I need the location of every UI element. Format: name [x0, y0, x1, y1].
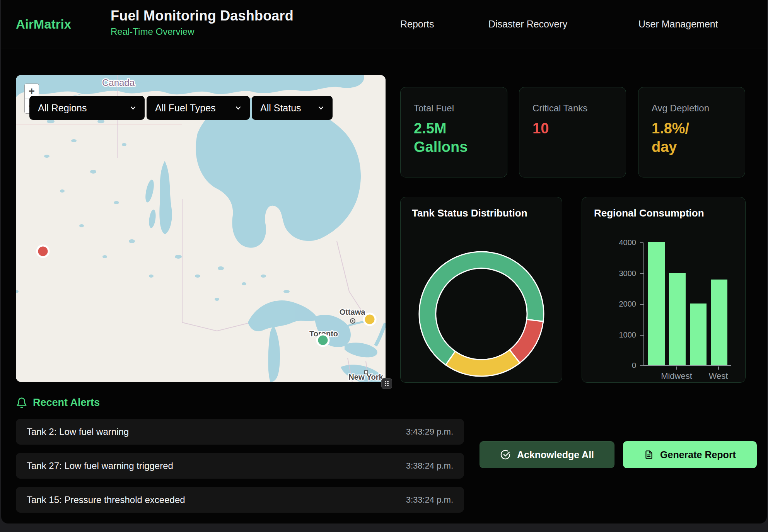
tank-status-distribution-card: Tank Status Distribution	[400, 197, 562, 383]
acknowledge-all-label: Acknowledge All	[517, 449, 594, 460]
chevron-down-icon	[224, 104, 242, 112]
fuel-type-filter-value: All Fuel Types	[155, 102, 216, 114]
donut-chart	[401, 197, 563, 383]
generate-report-label: Generate Report	[660, 449, 736, 460]
dashboard-app: AirMatrix Fuel Monitoring Dashboard Real…	[1, 0, 767, 523]
chevron-down-icon	[119, 104, 137, 112]
alert-list: Tank 2: Low fuel warning3:43:29 p.m.Tank…	[16, 419, 464, 521]
town-icon-dot	[352, 320, 353, 322]
x-axis-tick	[718, 367, 719, 370]
stat-card-avg-depletion: Avg Depletion 1.8%/ day	[638, 87, 745, 177]
alert-text: Tank 2: Low fuel warning	[27, 426, 129, 437]
chevron-down-icon	[307, 104, 325, 112]
alert-row: Tank 27: Low fuel warning triggered3:38:…	[16, 453, 464, 479]
check-circle-icon	[500, 449, 511, 460]
x-axis-tick-label: Midwest	[654, 371, 700, 381]
alert-timestamp: 3:33:24 p.m.	[406, 495, 453, 505]
alert-timestamp: 3:38:24 p.m.	[406, 461, 453, 471]
stat-label: Critical Tanks	[532, 103, 626, 114]
x-axis-tick-label: West	[695, 371, 742, 381]
bar-2	[690, 304, 707, 365]
y-axis-tick-label: 3000	[594, 269, 636, 278]
y-axis-tick	[640, 242, 643, 243]
nav-item-reports[interactable]: Reports	[400, 0, 434, 48]
bar-chart-plot	[643, 243, 731, 366]
y-axis-tick-label: 0	[594, 361, 636, 370]
status-filter-dropdown[interactable]: All Status	[252, 96, 333, 120]
resize-drag-handle-icon[interactable]	[381, 378, 392, 389]
stat-value: 10	[532, 119, 626, 138]
recent-alerts-title: Recent Alerts	[33, 397, 100, 409]
nav-item-user-management[interactable]: User Management	[638, 0, 718, 48]
region-filter-value: All Regions	[38, 102, 87, 114]
bar-0	[648, 242, 665, 365]
file-text-icon	[644, 450, 654, 460]
stat-card-critical-tanks: Critical Tanks 10	[519, 87, 626, 177]
bell-icon	[16, 397, 27, 409]
alert-row: Tank 2: Low fuel warning3:43:29 p.m.	[16, 419, 464, 445]
alert-text: Tank 27: Low fuel warning triggered	[27, 460, 173, 471]
bar-chart: 01000200030004000MidwestWest	[582, 197, 745, 382]
city-label-ottawa: Ottawa	[340, 308, 366, 316]
bar-3	[711, 280, 727, 365]
header: AirMatrix Fuel Monitoring Dashboard Real…	[1, 0, 767, 48]
town-icon	[365, 371, 368, 374]
regional-consumption-card: Regional Consumption 01000200030004000Mi…	[582, 197, 746, 383]
donut-segment-warning	[446, 350, 520, 376]
y-axis-tick	[640, 335, 643, 336]
map[interactable]: CanadaOttawaTorontoNew York	[16, 75, 386, 382]
stat-value: 2.5M Gallons	[414, 119, 507, 157]
map-svg: CanadaOttawaTorontoNew York	[16, 75, 386, 382]
fuel-type-filter-dropdown[interactable]: All Fuel Types	[147, 96, 250, 120]
y-axis-tick-label: 4000	[594, 238, 636, 247]
recent-alerts-header: Recent Alerts	[16, 397, 100, 409]
stat-value: 1.8%/ day	[652, 119, 745, 157]
map-marker-warning[interactable]	[364, 314, 375, 325]
y-axis-tick	[640, 304, 643, 305]
region-filter-dropdown[interactable]: All Regions	[29, 96, 145, 120]
y-axis-tick	[640, 273, 643, 274]
generate-report-button[interactable]: Generate Report	[623, 441, 757, 468]
alert-row: Tank 15: Pressure threshold exceeded3:33…	[16, 487, 464, 513]
alert-timestamp: 3:43:29 p.m.	[406, 427, 453, 437]
stat-label: Total Fuel	[414, 103, 507, 114]
stat-label: Avg Depletion	[652, 103, 745, 114]
acknowledge-all-button[interactable]: Acknowledge All	[480, 441, 614, 468]
brand-logo: AirMatrix	[16, 0, 71, 48]
map-marker-critical[interactable]	[37, 246, 49, 257]
stat-card-total-fuel: Total Fuel 2.5M Gallons	[400, 87, 507, 177]
y-axis-tick-label: 2000	[594, 300, 636, 309]
x-axis-tick	[676, 367, 677, 370]
map-marker-normal[interactable]	[317, 334, 329, 346]
status-filter-value: All Status	[260, 102, 301, 114]
title-block: Fuel Monitoring Dashboard Real-Time Over…	[111, 8, 294, 37]
page-subtitle: Real-Time Overview	[111, 26, 294, 37]
y-axis-tick	[640, 365, 643, 366]
bar-1	[669, 273, 686, 365]
y-axis-tick-label: 1000	[594, 331, 636, 339]
nav-item-disaster-recovery[interactable]: Disaster Recovery	[488, 0, 567, 48]
alert-text: Tank 15: Pressure threshold exceeded	[27, 494, 185, 505]
page-title: Fuel Monitoring Dashboard	[111, 8, 294, 24]
country-label: Canada	[102, 77, 135, 88]
map-panel: CanadaOttawaTorontoNew York + − All Regi…	[16, 75, 386, 382]
